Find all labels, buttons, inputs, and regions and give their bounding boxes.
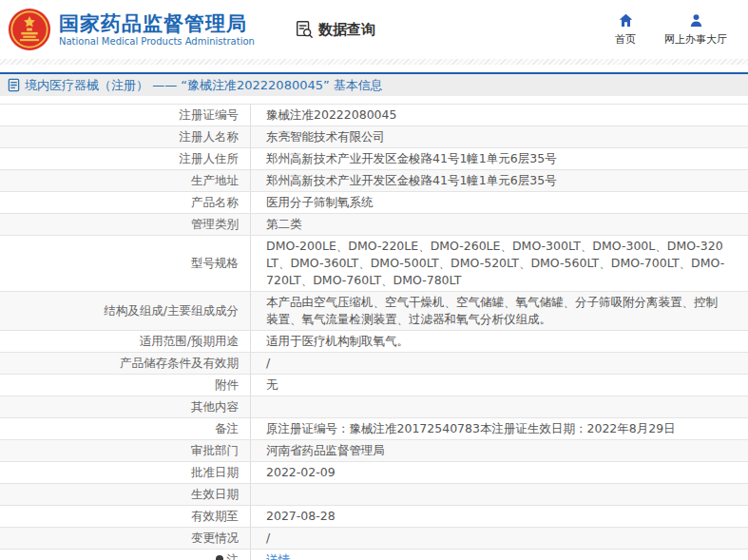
table-row: 注册人名称东亮智能技术有限公司 [0,126,748,148]
data-query-button[interactable]: 数据查询 [295,20,375,39]
site-header: 国家药品监督管理局 National Medical Products Admi… [0,0,748,59]
table-row: 注详情 [0,550,748,560]
row-label: 结构及组成/主要组成成分 [0,292,250,330]
site-title: 国家药品监督管理局 [59,12,255,35]
table-row: 产品名称医用分子筛制氧系统 [0,192,748,214]
row-value: DMO-200LE、DMO-220LE、DMO-260LE、DMO-300LT、… [250,236,748,291]
top-nav: 首页 网上办事大厅 [615,12,735,47]
site-subtitle: National Medical Products Administration [59,35,255,48]
row-label-text: 适用范围/预期用途 [140,333,239,350]
row-label: 注册证编号 [0,105,250,126]
table-row: 变更情况/ [0,528,748,550]
row-value [250,396,748,417]
nav-service-hall[interactable]: 网上办事大厅 [664,12,727,47]
data-query-label: 数据查询 [318,21,375,39]
row-label-text: 产品储存条件及有效期 [120,355,239,372]
row-label-text: 管理类别 [191,216,239,233]
bulb-icon [216,555,223,560]
row-label-text: 有效期至 [191,508,239,525]
row-label: 其他内容 [0,396,250,417]
table-row: 注册人住所郑州高新技术产业开发区金梭路41号1幢1单元6层35号 [0,148,748,170]
row-value: 2027-08-28 [250,506,748,527]
table-row: 适用范围/预期用途适用于医疗机构制取氧气。 [0,331,748,353]
table-row: 其他内容 [0,396,748,418]
row-label-text: 备注 [215,420,239,437]
table-row: 备注原注册证编号：豫械注准20172540783本注册证生效日期：2022年8月… [0,418,748,440]
row-label-text: 产品名称 [191,194,239,211]
row-value: 无 [250,375,748,396]
row-label-text: 注册人住所 [180,150,240,167]
row-label: 注册人住所 [0,148,250,169]
row-value: 详情 [250,550,748,560]
nav-service-hall-label: 网上办事大厅 [664,32,727,47]
row-label-text: 注册证编号 [180,106,240,124]
national-emblem-logo [8,8,51,51]
row-label-text: 注 [227,551,240,560]
table-row: 批准日期2022-02-09 [0,462,748,484]
table-row: 型号规格DMO-200LE、DMO-220LE、DMO-260LE、DMO-30… [0,236,748,292]
row-label: 变更情况 [0,528,250,549]
row-label: 产品名称 [0,192,250,213]
row-value: 第二类 [250,214,748,235]
row-value: 郑州高新技术产业开发区金梭路41号1幢1单元6层35号 [250,170,748,191]
row-label: 注册人名称 [0,126,250,147]
row-label: 备注 [0,418,250,439]
row-label: 型号规格 [0,236,250,291]
table-row: 生效日期 [0,484,748,506]
table-row: 结构及组成/主要组成成分本产品由空气压缩机、空气干燥机、空气储罐、氧气储罐、分子… [0,292,748,331]
row-label: 适用范围/预期用途 [0,331,250,352]
row-label-text: 型号规格 [191,255,239,272]
spacer [0,65,748,72]
row-value: / [250,528,748,549]
row-label-text: 附件 [215,377,239,394]
row-value: 豫械注准20222080045 [250,105,748,126]
row-value: 原注册证编号：豫械注准20172540783本注册证生效日期：2022年8月29… [250,418,748,439]
table-row: 生产地址郑州高新技术产业开发区金梭路41号1幢1单元6层35号 [0,170,748,192]
row-label-text: 变更情况 [191,530,239,547]
row-value: 东亮智能技术有限公司 [250,126,748,147]
row-label: 产品储存条件及有效期 [0,353,250,374]
spacer [0,96,748,104]
person-icon [688,12,704,29]
row-label-text: 生效日期 [191,486,239,503]
nav-home[interactable]: 首页 [615,12,636,47]
row-label: 管理类别 [0,214,250,235]
row-label: 生效日期 [0,484,250,505]
table-row: 有效期至2027-08-28 [0,506,748,528]
row-value: 适用于医疗机构制取氧气。 [250,331,748,352]
table-row: 审批部门河南省药品监督管理局 [0,440,748,462]
table-row: 注册证编号豫械注准20222080045 [0,105,748,126]
row-value: 郑州高新技术产业开发区金梭路41号1幢1单元6层35号 [250,148,748,169]
breadcrumb-text: 境内医疗器械（注册） —— “豫械注准20222080045” 基本信息 [25,77,383,94]
row-label-text: 注册人名称 [180,128,240,145]
row-label: 注 [0,550,250,560]
row-label: 生产地址 [0,170,250,191]
info-table: 注册证编号豫械注准20222080045注册人名称东亮智能技术有限公司注册人住所… [0,104,748,560]
row-value: / [250,353,748,374]
row-value: 2022-02-09 [250,462,748,483]
nav-home-label: 首页 [615,32,636,47]
table-row: 管理类别第二类 [0,214,748,236]
row-value [250,484,748,505]
row-label-text: 结构及组成/主要组成成分 [104,302,239,319]
document-search-icon [295,20,318,39]
breadcrumb: 境内医疗器械（注册） —— “豫械注准20222080045” 基本信息 [0,72,748,96]
detail-link[interactable]: 详情 [266,551,290,560]
row-label: 审批部门 [0,440,250,461]
row-label: 有效期至 [0,506,250,527]
row-label-text: 生产地址 [191,172,239,189]
row-value: 医用分子筛制氧系统 [250,192,748,213]
row-value: 河南省药品监督管理局 [250,440,748,461]
page: 国家药品监督管理局 National Medical Products Admi… [0,0,748,560]
table-row: 产品储存条件及有效期/ [0,353,748,375]
row-value: 本产品由空气压缩机、空气干燥机、空气储罐、氧气储罐、分子筛吸附分离装置、控制装置… [250,292,748,330]
row-label-text: 审批部门 [191,442,239,459]
home-icon [618,12,634,29]
row-label: 批准日期 [0,462,250,483]
brand-text: 国家药品监督管理局 National Medical Products Admi… [59,12,255,48]
row-label: 附件 [0,375,250,396]
table-row: 附件无 [0,375,748,396]
row-label-text: 其他内容 [191,398,239,415]
brand[interactable]: 国家药品监督管理局 National Medical Products Admi… [8,8,255,51]
page-icon [8,78,25,92]
